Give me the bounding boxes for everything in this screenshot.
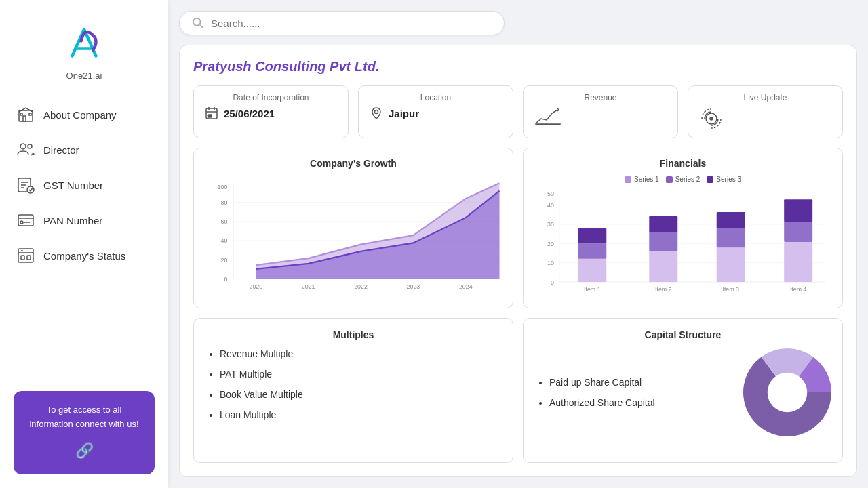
logo-text: One21.ai	[66, 70, 102, 81]
svg-rect-58	[717, 228, 745, 247]
svg-rect-11	[21, 256, 24, 260]
sidebar-item-gst[interactable]: GST Number	[0, 167, 168, 203]
sidebar-item-status[interactable]: Company's Status	[0, 238, 168, 273]
svg-point-7	[27, 186, 34, 193]
location-label: Location	[370, 93, 502, 102]
svg-text:2022: 2022	[354, 283, 368, 290]
svg-text:60: 60	[221, 218, 228, 225]
svg-rect-17	[536, 124, 560, 125]
svg-text:10: 10	[547, 260, 554, 266]
legend-series3: Series 3	[707, 176, 741, 183]
live-update-icon	[699, 106, 724, 131]
status-icon	[16, 246, 35, 265]
sidebar-item-director[interactable]: Director	[0, 132, 168, 167]
revenue-label: Revenue	[534, 93, 667, 102]
doi-label: Date of Incorporation	[205, 93, 337, 102]
sidebar: One21.ai About Company Director	[0, 0, 168, 488]
svg-text:25: 25	[208, 114, 212, 118]
svg-rect-50	[578, 243, 606, 259]
revenue-icon-area	[534, 106, 561, 127]
multiple-item-1: PAT Multiple	[220, 369, 502, 380]
capital-item-0: Paid up Share Capital	[549, 377, 736, 388]
multiples-card: Multiples Revenue Multiple PAT Multiple …	[193, 318, 513, 463]
svg-text:40: 40	[221, 237, 228, 244]
multiple-item-2: Book Value Multiple	[220, 389, 502, 400]
main-content: Pratyush Consulting Pvt Ltd. Date of Inc…	[168, 0, 868, 488]
legend-series2: Series 2	[666, 176, 701, 183]
svg-text:30: 30	[547, 221, 554, 228]
svg-rect-54	[649, 232, 677, 251]
gst-icon	[16, 176, 35, 195]
connect-icon: 🔗	[24, 439, 144, 462]
svg-point-13	[193, 18, 201, 26]
financials-legend: Series 1 Series 2 Series 3	[533, 176, 833, 183]
svg-rect-53	[649, 251, 677, 282]
svg-text:40: 40	[547, 202, 554, 209]
svg-rect-3	[29, 113, 31, 115]
svg-rect-49	[578, 259, 606, 282]
growth-chart-area: 0 20 40 60 80 100 2020 2021 2022 2023 20…	[203, 176, 503, 298]
multiples-list: Revenue Multiple PAT Multiple Book Value…	[205, 348, 502, 420]
legend-dot-1	[625, 176, 631, 183]
svg-point-4	[20, 144, 26, 149]
logo-area: One21.ai	[0, 14, 168, 97]
sidebar-label-director: Director	[43, 144, 79, 156]
capital-structure-title: Capital Structure	[534, 329, 831, 340]
svg-rect-61	[784, 242, 812, 282]
location-card: Location Jaipur	[358, 85, 513, 138]
svg-rect-55	[649, 216, 677, 232]
svg-text:20: 20	[221, 257, 228, 264]
svg-text:50: 50	[547, 190, 554, 197]
dashboard: Pratyush Consulting Pvt Ltd. Date of Inc…	[179, 45, 857, 477]
svg-text:0: 0	[224, 276, 227, 283]
charts-row: Company's Growth 0 20 40 60	[193, 148, 843, 308]
company-title: Pratyush Consulting Pvt Ltd.	[193, 59, 843, 75]
live-update-label: Live Update	[699, 93, 831, 102]
legend-label-3: Series 3	[716, 176, 741, 183]
svg-rect-51	[578, 228, 606, 244]
search-bar[interactable]	[179, 11, 505, 35]
svg-text:Item 2: Item 2	[655, 286, 672, 293]
revenue-chart-icon	[534, 106, 561, 127]
multiples-title: Multiples	[205, 329, 502, 340]
capital-structure-card: Capital Structure Paid up Share Capital …	[523, 318, 843, 463]
svg-point-9	[20, 221, 23, 224]
svg-rect-10	[18, 249, 33, 262]
svg-text:Item 1: Item 1	[584, 286, 601, 293]
financials-chart-title: Financials	[533, 158, 833, 169]
growth-chart-svg: 0 20 40 60 80 100 2020 2021 2022 2023 20…	[203, 176, 503, 298]
svg-text:0: 0	[551, 279, 554, 285]
svg-rect-57	[717, 247, 745, 282]
growth-chart-card: Company's Growth 0 20 40 60	[193, 148, 513, 308]
legend-label-1: Series 1	[634, 176, 659, 183]
legend-dot-3	[707, 176, 713, 183]
svg-rect-63	[784, 199, 812, 222]
search-input[interactable]	[211, 18, 492, 29]
calendar-icon: 25	[205, 106, 218, 120]
sidebar-footer[interactable]: To get access to all information connect…	[14, 391, 155, 474]
location-icon	[370, 106, 383, 120]
svg-rect-8	[18, 215, 33, 226]
svg-text:2020: 2020	[250, 283, 263, 290]
financials-chart-area: 0 10 20 30 40 50 Item 1	[533, 186, 833, 298]
svg-rect-62	[784, 222, 812, 242]
svg-rect-59	[717, 212, 745, 228]
svg-text:2024: 2024	[459, 283, 473, 290]
search-icon	[192, 17, 204, 29]
sidebar-item-pan[interactable]: PAN Number	[0, 203, 168, 238]
legend-series1: Series 1	[625, 176, 659, 183]
svg-text:Item 4: Item 4	[790, 286, 807, 293]
footer-text: To get access to all information connect…	[29, 405, 138, 429]
pan-icon	[16, 211, 35, 230]
multiple-item-0: Revenue Multiple	[220, 348, 502, 359]
live-update-icon-area	[699, 106, 724, 131]
date-of-incorporation-card: Date of Incorporation 25 25/06/2021	[193, 85, 349, 138]
financials-chart-svg: 0 10 20 30 40 50 Item 1	[533, 186, 833, 298]
revenue-card: Revenue	[523, 85, 678, 138]
sidebar-item-about-company[interactable]: About Company	[0, 97, 168, 132]
sidebar-label-about: About Company	[43, 109, 117, 121]
svg-text:80: 80	[221, 199, 228, 206]
logo-icon	[60, 20, 108, 68]
capital-pie-chart	[743, 348, 831, 436]
live-update-card: Live Update	[688, 85, 843, 138]
